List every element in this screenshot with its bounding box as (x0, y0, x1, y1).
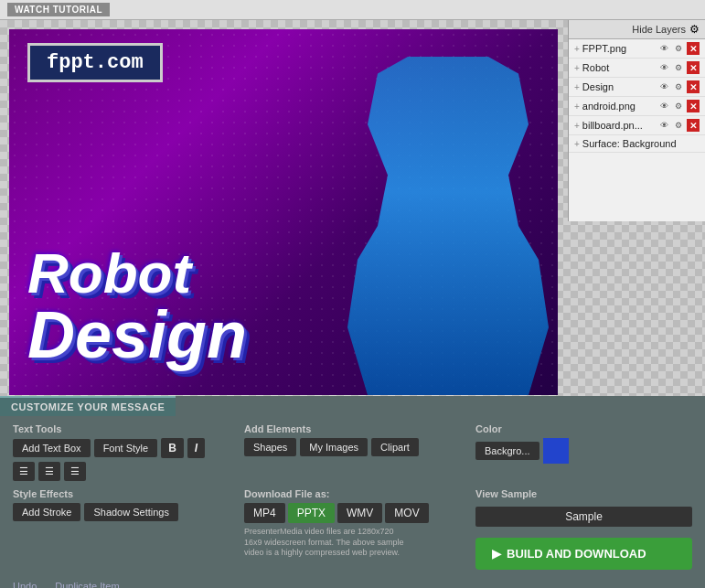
layer-icons: 👁 ⚙ ✕ (657, 61, 700, 74)
bold-button[interactable]: B (161, 438, 184, 458)
layer-item[interactable]: + Design 👁 ⚙ ✕ (569, 78, 705, 97)
color-buttons: Backgro... (475, 438, 692, 464)
layers-header: Hide Layers ⚙ (569, 20, 705, 39)
top-bar: WATCH TUTORIAL (0, 0, 705, 20)
mp4-button[interactable]: MP4 (244, 503, 285, 523)
layer-eye-icon[interactable]: 👁 (657, 80, 670, 93)
style-effects-title: Style Effects (13, 488, 230, 499)
mov-button[interactable]: MOV (385, 503, 428, 523)
download-section: Download File as: MP4 PPTX WMV MOV Prese… (244, 488, 461, 570)
layer-name: Surface: Background (582, 138, 700, 149)
layer-icons: 👁 ⚙ ✕ (657, 80, 700, 93)
layer-eye-icon[interactable]: 👁 (657, 100, 670, 112)
surface-layer-item[interactable]: + Surface: Background (569, 135, 705, 153)
align-center-button[interactable]: ☰ (38, 462, 60, 481)
layer-eye-icon[interactable]: 👁 (657, 42, 670, 55)
layer-name: Design (582, 81, 657, 92)
robot-text-line2: Design (27, 302, 247, 368)
robot-text-container: Robot Design (27, 245, 247, 368)
download-info: PresenterMedia video files are 1280x720 … (244, 527, 409, 559)
canvas-area: fppt.com Robot Design Hide Layers ⚙ + FP… (0, 20, 705, 404)
build-play-icon: ▶ (492, 547, 501, 561)
layer-eye-icon[interactable]: 👁 (657, 61, 670, 74)
add-text-box-button[interactable]: Add Text Box (13, 439, 91, 457)
layer-icons: 👁 ⚙ ✕ (657, 119, 700, 132)
layer-settings-icon[interactable]: ⚙ (672, 80, 685, 93)
shadow-settings-button[interactable]: Shadow Settings (84, 503, 178, 521)
wmv-button[interactable]: WMV (337, 503, 382, 523)
view-sample-build-section: View Sample Sample ▶ BUILD AND DOWNLOAD (475, 488, 692, 570)
italic-button[interactable]: I (187, 438, 205, 458)
layer-delete-icon[interactable]: ✕ (687, 119, 700, 132)
pptx-button[interactable]: PPTX (288, 503, 335, 523)
layer-eye-icon[interactable]: 👁 (657, 119, 670, 132)
layer-delete-icon[interactable]: ✕ (687, 80, 700, 93)
text-tools-title: Text Tools (13, 423, 230, 434)
customize-tab: CUSTOMIZE YOUR MESSAGE (0, 396, 176, 416)
my-images-button[interactable]: My Images (300, 438, 368, 456)
hide-layers-button[interactable]: Hide Layers (632, 24, 686, 35)
layer-item[interactable]: + billboard.pn... 👁 ⚙ ✕ (569, 116, 705, 135)
download-buttons: MP4 PPTX WMV MOV (244, 503, 461, 523)
view-sample-title: View Sample (475, 488, 692, 499)
background-color-button[interactable]: Backgro... (475, 442, 539, 460)
align-left-button[interactable]: ☰ (13, 462, 35, 481)
layers-settings-icon[interactable]: ⚙ (689, 23, 700, 36)
text-tools-section: Text Tools Add Text Box Font Style B I ☰… (13, 423, 230, 481)
layer-icons: 👁 ⚙ ✕ (657, 42, 700, 55)
layers-panel: Hide Layers ⚙ + FPPT.png 👁 ⚙ ✕ + Robot 👁… (568, 20, 705, 221)
add-elements-section: Add Elements Shapes My Images Clipart (244, 423, 461, 481)
color-preview[interactable] (543, 438, 569, 464)
align-right-button[interactable]: ☰ (64, 462, 86, 481)
bottom-panel: CUSTOMIZE YOUR MESSAGE Text Tools Add Te… (0, 396, 705, 588)
duplicate-item-link[interactable]: Duplicate Item (55, 581, 119, 588)
layer-delete-icon[interactable]: ✕ (687, 61, 700, 74)
build-label: BUILD AND DOWNLOAD (507, 547, 646, 561)
add-stroke-button[interactable]: Add Stroke (13, 503, 80, 521)
layer-name: android.png (582, 101, 657, 112)
style-effects-buttons: Add Stroke Shadow Settings (13, 503, 230, 521)
layer-name: Robot (582, 62, 657, 73)
style-effects-section: Style Effects Add Stroke Shadow Settings (13, 488, 230, 570)
robot-text-line1: Robot (27, 245, 247, 302)
layer-name: billboard.pn... (582, 120, 657, 131)
layer-handle: + (574, 102, 580, 112)
add-elements-title: Add Elements (244, 423, 461, 434)
robot-figure (347, 57, 549, 395)
layer-settings-icon[interactable]: ⚙ (672, 61, 685, 74)
preview-image[interactable]: fppt.com Robot Design (9, 29, 558, 395)
download-title: Download File as: (244, 488, 461, 499)
shapes-button[interactable]: Shapes (244, 438, 296, 456)
build-and-download-button[interactable]: ▶ BUILD AND DOWNLOAD (475, 538, 692, 570)
sample-button[interactable]: Sample (475, 507, 692, 527)
panel-row3: Undo Duplicate Item (0, 577, 705, 588)
layer-handle: + (574, 121, 580, 131)
panel-content-row2: Style Effects Add Stroke Shadow Settings… (0, 488, 705, 577)
layer-item[interactable]: + android.png 👁 ⚙ ✕ (569, 97, 705, 116)
panel-content-row1: Text Tools Add Text Box Font Style B I ☰… (0, 416, 705, 488)
layer-name: FPPT.png (582, 43, 657, 54)
layer-settings-icon[interactable]: ⚙ (672, 100, 685, 112)
layer-item[interactable]: + Robot 👁 ⚙ ✕ (569, 59, 705, 78)
layer-settings-icon[interactable]: ⚙ (672, 42, 685, 55)
layers-list: + FPPT.png 👁 ⚙ ✕ + Robot 👁 ⚙ ✕ + D (569, 39, 705, 153)
color-title: Color (475, 423, 692, 434)
layer-handle: + (574, 139, 580, 149)
layer-handle: + (574, 63, 580, 73)
text-tools-buttons: Add Text Box Font Style B I ☰ ☰ ☰ (13, 438, 230, 481)
clipart-button[interactable]: Clipart (371, 438, 419, 456)
layer-item[interactable]: + FPPT.png 👁 ⚙ ✕ (569, 39, 705, 59)
watch-tutorial-button[interactable]: WATCH TUTORIAL (7, 3, 110, 16)
add-elements-buttons: Shapes My Images Clipart (244, 438, 461, 456)
layer-settings-icon[interactable]: ⚙ (672, 119, 685, 132)
layer-icons: 👁 ⚙ ✕ (657, 100, 700, 112)
layer-delete-icon[interactable]: ✕ (687, 42, 700, 55)
font-style-button[interactable]: Font Style (94, 439, 158, 457)
layer-delete-icon[interactable]: ✕ (687, 100, 700, 112)
undo-link[interactable]: Undo (13, 581, 37, 588)
layer-handle: + (574, 82, 580, 92)
layer-handle: + (574, 44, 580, 54)
fppt-logo: fppt.com (27, 43, 163, 82)
color-section: Color Backgro... (475, 423, 692, 481)
